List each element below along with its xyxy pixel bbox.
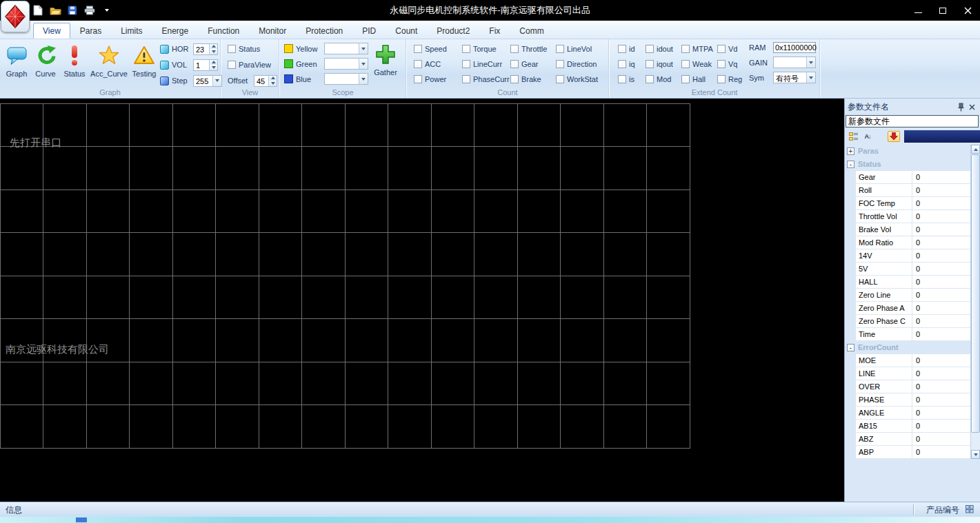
checkbox-power[interactable]: Power	[414, 73, 462, 85]
vol-spinner[interactable]: 1	[193, 59, 218, 71]
yellow-channel-dropdown[interactable]	[324, 43, 368, 54]
tab-pid[interactable]: PID	[352, 23, 386, 39]
pgrid-category-errorcount[interactable]: -ErrorCount	[845, 341, 971, 354]
dropdown-arrow-icon[interactable]	[359, 43, 368, 54]
pgrid-row-gear[interactable]: Gear0	[845, 171, 971, 184]
property-value[interactable]: 0	[912, 276, 971, 288]
sym-dropdown[interactable]: 有符号	[773, 72, 816, 83]
property-value[interactable]: 0	[912, 367, 971, 380]
property-value[interactable]: 0	[912, 249, 971, 262]
property-value[interactable]: 0	[912, 263, 971, 275]
property-value[interactable]: 0	[912, 354, 971, 367]
property-value[interactable]: 0	[912, 236, 971, 249]
curve-button[interactable]: Curve	[31, 41, 60, 86]
pgrid-row-abp[interactable]: ABP0	[845, 446, 971, 459]
tab-fix[interactable]: Fix	[479, 23, 510, 39]
acc-curve-button[interactable]: Acc_Curve	[89, 41, 129, 86]
property-value[interactable]: 0	[912, 446, 971, 458]
property-value[interactable]: 0	[912, 420, 971, 432]
checkbox-id[interactable]: id	[618, 43, 646, 55]
tab-count[interactable]: Count	[386, 23, 427, 39]
pgrid-row-5v[interactable]: 5V0	[845, 263, 971, 276]
tab-product2[interactable]: Product2	[427, 23, 479, 39]
property-value[interactable]: 0	[912, 393, 971, 406]
pgrid-row-brake-vol[interactable]: Brake Vol0	[845, 223, 971, 236]
testing-button[interactable]: Testing	[129, 41, 159, 86]
product-grid-icon[interactable]	[966, 505, 974, 513]
close-button[interactable]	[955, 0, 980, 21]
scroll-up-button[interactable]	[971, 145, 980, 154]
checkbox-acc[interactable]: ACC	[414, 58, 462, 70]
pgrid-row-zero-line[interactable]: Zero Line0	[845, 289, 971, 302]
minimize-button[interactable]	[906, 0, 930, 21]
pgrid-row-foc-temp[interactable]: FOC Temp0	[845, 197, 971, 210]
offset-value[interactable]: 45	[254, 76, 268, 86]
checkbox-iqout[interactable]: iqout	[646, 58, 681, 70]
dropdown-arrow-icon[interactable]	[359, 59, 368, 69]
step-dropdown[interactable]: 255	[193, 75, 222, 87]
tab-function[interactable]: Function	[198, 23, 249, 39]
hor-spin-buttons[interactable]	[209, 44, 217, 54]
pgrid-row-abz[interactable]: ABZ0	[845, 433, 971, 446]
tab-monitor[interactable]: Monitor	[249, 23, 296, 39]
graph-button[interactable]: Graph	[2, 41, 31, 86]
property-value[interactable]: 0	[912, 380, 971, 393]
expander-minus-icon[interactable]: -	[847, 344, 854, 351]
property-value[interactable]: 0	[912, 433, 971, 445]
green-channel-dropdown[interactable]	[324, 58, 368, 70]
dropdown-arrow-icon[interactable]	[806, 72, 815, 83]
checkbox-linecurr[interactable]: LineCurr	[462, 58, 510, 70]
scroll-thumb[interactable]	[971, 154, 980, 433]
expander-minus-icon[interactable]: -	[847, 161, 854, 168]
pgrid-row-hall[interactable]: HALL0	[845, 276, 971, 289]
checkbox-vq[interactable]: Vq	[717, 58, 748, 70]
checkbox-brake[interactable]: Brake	[510, 73, 556, 85]
panel-scrollbar[interactable]	[970, 145, 980, 459]
pgrid-row-14v[interactable]: 14V0	[845, 249, 971, 263]
categorized-view-button[interactable]	[848, 131, 860, 142]
maximize-button[interactable]	[930, 0, 955, 21]
property-value[interactable]: 0	[912, 315, 971, 327]
checkbox-torque[interactable]: Torque	[462, 43, 510, 55]
ram-input[interactable]: 0x11000000	[773, 42, 816, 53]
pgrid-row-zero-phase-a[interactable]: Zero Phase A0	[845, 302, 971, 315]
property-value[interactable]: 0	[912, 328, 971, 340]
checkbox-speed[interactable]: Speed	[414, 43, 462, 55]
checkbox-throttle[interactable]: Throttle	[510, 43, 556, 55]
filename-input[interactable]	[846, 115, 979, 127]
gain-dropdown[interactable]	[773, 57, 816, 68]
pgrid-row-zero-phase-c[interactable]: Zero Phase C0	[845, 315, 971, 328]
checkbox-mtpa[interactable]: MTPA	[681, 43, 717, 55]
pgrid-row-ab15[interactable]: AB150	[845, 420, 971, 433]
pgrid-row-line[interactable]: LINE0	[845, 367, 971, 380]
checkbox-vd[interactable]: Vd	[717, 43, 748, 55]
pgrid-row-throttle-vol[interactable]: Throttle Vol0	[845, 210, 971, 223]
tab-view[interactable]: View	[33, 23, 70, 39]
pgrid-row-phase[interactable]: PHASE0	[845, 393, 971, 407]
property-value[interactable]: 0	[912, 407, 971, 419]
pgrid-row-over[interactable]: OVER0	[845, 380, 971, 393]
offset-spin-buttons[interactable]	[268, 76, 277, 86]
blue-channel-dropdown[interactable]	[324, 73, 368, 85]
checkbox-reg[interactable]: Reg	[717, 73, 748, 85]
hor-value[interactable]: 23	[194, 44, 209, 54]
property-value[interactable]: 0	[912, 184, 971, 196]
pgrid-row-angle[interactable]: ANGLE0	[845, 407, 971, 420]
tab-comm[interactable]: Comm	[510, 23, 553, 39]
scroll-down-button[interactable]	[971, 450, 980, 459]
checkbox-status-view[interactable]: Status	[228, 43, 277, 55]
property-value[interactable]: 0	[912, 171, 971, 183]
status-button[interactable]: Status	[60, 41, 89, 86]
hor-spinner[interactable]: 23	[193, 43, 218, 55]
property-value[interactable]: 0	[912, 302, 971, 314]
panel-close-button[interactable]	[966, 101, 977, 112]
dropdown-arrow-icon[interactable]	[806, 57, 815, 68]
property-value[interactable]: 0	[912, 223, 971, 236]
app-logo-button[interactable]	[1, 1, 30, 32]
tab-energe[interactable]: Energe	[152, 23, 199, 39]
tab-paras[interactable]: Paras	[70, 23, 111, 39]
pin-button[interactable]	[955, 101, 966, 112]
property-value[interactable]: 0	[912, 210, 971, 223]
checkbox-linevol[interactable]: LineVol	[556, 43, 608, 55]
checkbox-iq[interactable]: iq	[618, 58, 646, 70]
